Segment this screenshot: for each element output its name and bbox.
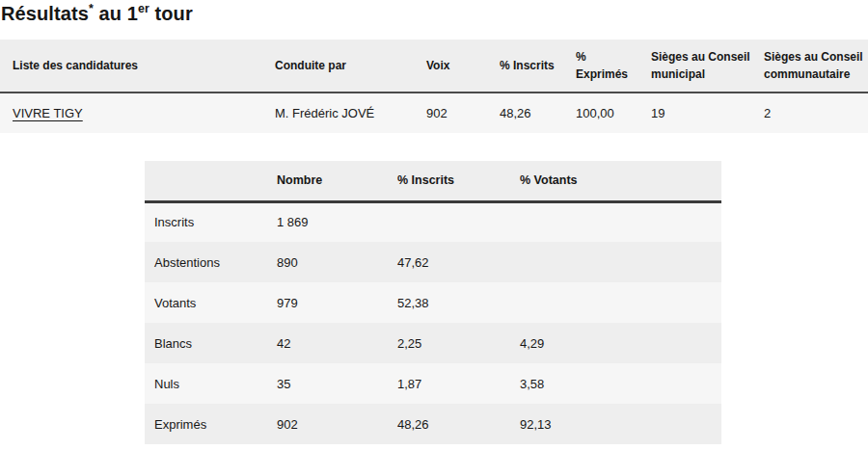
participation-header-row: Nombre % Inscrits % Votants xyxy=(145,161,721,201)
candidate-liste-cell: VIVRE TIGY xyxy=(0,93,262,133)
candidate-row: VIVRE TIGY M. Frédéric JOVÉ 902 48,26 10… xyxy=(0,93,868,133)
row-nombre: 35 xyxy=(267,363,388,404)
row-pct-votants xyxy=(510,201,721,242)
candidate-pct-exprimes-cell: 100,00 xyxy=(563,93,638,133)
page-title-connector: au 1 xyxy=(94,3,138,24)
row-pct-votants: 4,29 xyxy=(510,323,721,363)
row-label: Inscrits xyxy=(145,201,267,242)
row-label: Blancs xyxy=(145,323,267,363)
table-row-exprimes: Exprimés 902 48,26 92,13 xyxy=(145,404,721,444)
column-header-liste: Liste des candidatures xyxy=(0,40,262,93)
page-title-word: Résultats xyxy=(1,3,89,24)
column-header-empty xyxy=(145,161,267,201)
column-header-pct-exprimes: %Exprimés xyxy=(563,40,638,93)
row-pct-votants xyxy=(510,242,721,282)
row-nombre: 1 869 xyxy=(267,201,388,242)
row-label: Exprimés xyxy=(145,404,267,444)
table-row-blancs: Blancs 42 2,25 4,29 xyxy=(145,323,721,363)
column-header-pct-votants: % Votants xyxy=(510,161,721,201)
row-pct-inscrits xyxy=(388,201,510,242)
row-nombre: 890 xyxy=(267,242,388,282)
column-header-pct-inscrits: % Inscrits xyxy=(388,161,510,201)
row-pct-inscrits: 52,38 xyxy=(388,282,510,323)
table-row-abstentions: Abstentions 890 47,62 xyxy=(145,242,721,282)
row-label: Votants xyxy=(145,282,267,323)
row-pct-inscrits: 2,25 xyxy=(388,323,510,363)
page-title: Résultats* au 1er tour xyxy=(0,0,868,26)
candidates-table: Liste des candidatures Conduite par Voix… xyxy=(0,40,868,133)
column-header-nombre: Nombre xyxy=(267,161,388,201)
row-pct-votants xyxy=(510,282,721,323)
column-header-conduite-par: Conduite par xyxy=(262,40,414,93)
table-row-inscrits: Inscrits 1 869 xyxy=(145,201,721,242)
page-title-ordinal-suffix: er xyxy=(138,2,149,15)
row-pct-inscrits: 1,87 xyxy=(388,363,510,404)
participation-table: Nombre % Inscrits % Votants Inscrits 1 8… xyxy=(145,161,721,444)
column-header-pct-inscrits: % Inscrits xyxy=(487,40,563,93)
row-label: Nuls xyxy=(145,363,267,404)
row-label: Abstentions xyxy=(145,242,267,282)
candidate-list-link[interactable]: VIVRE TIGY xyxy=(13,106,83,120)
row-nombre: 902 xyxy=(267,404,388,444)
candidate-sieges-communautaire-cell: 2 xyxy=(751,93,868,133)
row-pct-votants: 3,58 xyxy=(510,363,721,404)
column-header-sieges-communautaire: Sièges au Conseilcommunautaire xyxy=(751,40,868,93)
candidates-header-row: Liste des candidatures Conduite par Voix… xyxy=(0,40,868,93)
candidate-pct-inscrits-cell: 48,26 xyxy=(487,93,563,133)
row-pct-inscrits: 47,62 xyxy=(388,242,510,282)
column-header-sieges-municipal: Sièges au Conseilmunicipal xyxy=(638,40,751,93)
row-nombre: 979 xyxy=(267,282,388,323)
candidate-conduite-par-cell: M. Frédéric JOVÉ xyxy=(262,93,414,133)
table-row-votants: Votants 979 52,38 xyxy=(145,282,721,323)
row-pct-votants: 92,13 xyxy=(510,404,721,444)
candidate-sieges-municipal-cell: 19 xyxy=(638,93,751,133)
table-row-nuls: Nuls 35 1,87 3,58 xyxy=(145,363,721,404)
column-header-voix: Voix xyxy=(414,40,487,93)
row-pct-inscrits: 48,26 xyxy=(388,404,510,444)
election-results-page: Résultats* au 1er tour Liste des candida… xyxy=(0,0,868,444)
row-nombre: 42 xyxy=(267,323,388,363)
candidate-voix-cell: 902 xyxy=(414,93,487,133)
page-title-tour: tour xyxy=(149,3,193,24)
